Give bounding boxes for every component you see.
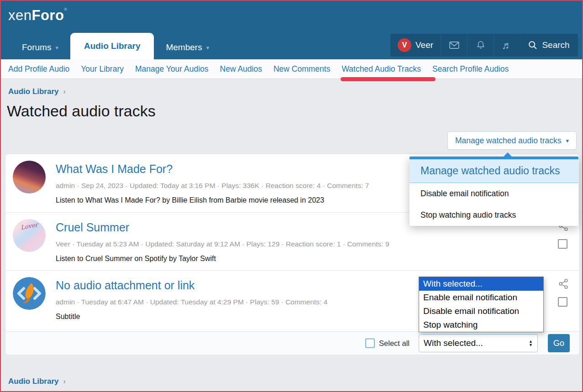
track-meta: admin · Tuesday at 6:47 AM · Updated: Tu… bbox=[56, 298, 327, 306]
menu-item-stop-watching[interactable]: Stop watching audio tracks bbox=[410, 204, 578, 226]
manage-watched-menu: Manage watched audio tracks Disable emai… bbox=[410, 157, 578, 226]
app-window: xenForo® Forums ▾ Audio Library Members … bbox=[0, 0, 583, 392]
chevron-down-icon: ▾ bbox=[55, 44, 58, 51]
option-with-selected[interactable]: With selected... bbox=[419, 277, 543, 291]
tab-forums[interactable]: Forums ▾ bbox=[10, 36, 70, 59]
page-title: Watched audio tracks bbox=[7, 102, 156, 120]
footer-breadcrumb-audio-library-link[interactable]: Audio Library bbox=[8, 377, 59, 386]
track-subtitle: Listen to Cruel Summer on Spotify by Tay… bbox=[56, 255, 216, 263]
track-meta: admin · Sep 24, 2023 · Updated: Today at… bbox=[56, 182, 369, 190]
subnav-search-profile-audios[interactable]: Search Profile Audios bbox=[432, 64, 509, 74]
track-subtitle: Subtitle bbox=[56, 313, 80, 321]
tab-members[interactable]: Members ▾ bbox=[154, 36, 221, 59]
logo-xen: xen bbox=[8, 7, 32, 23]
main-nav-tabs: Forums ▾ Audio Library Members ▾ bbox=[10, 33, 221, 59]
select-all-label: Select all bbox=[379, 339, 410, 348]
track-subtitle: Listen to What Was I Made For? by Billie… bbox=[56, 196, 324, 204]
mail-icon bbox=[449, 41, 459, 49]
subnav-your-library[interactable]: Your Library bbox=[81, 64, 124, 74]
caret-down-icon: ▾ bbox=[566, 137, 569, 144]
album-art-text: Lover bbox=[20, 221, 38, 231]
share-icon bbox=[558, 279, 568, 289]
footer-breadcrumb: Audio Library › bbox=[8, 377, 66, 386]
track-checkbox[interactable] bbox=[558, 297, 567, 307]
track-title-link[interactable]: What Was I Made For? bbox=[56, 162, 173, 176]
track-avatar[interactable] bbox=[13, 277, 46, 310]
visitor-tabs: V Veer ♬ bbox=[390, 34, 520, 57]
bell-icon bbox=[476, 41, 485, 50]
tab-audio-library-label: Audio Library bbox=[84, 41, 141, 51]
music-notes-icon: ♬ bbox=[502, 40, 512, 51]
subnav-add-profile-audio[interactable]: Add Profile Audio bbox=[8, 64, 69, 74]
track-avatar[interactable]: Lover bbox=[13, 219, 46, 252]
menu-pointer-caret bbox=[503, 152, 512, 157]
breadcrumb: Audio Library › bbox=[8, 87, 66, 96]
option-enable-email[interactable]: Enable email notification bbox=[419, 291, 543, 304]
select-all-checkbox[interactable] bbox=[365, 339, 375, 348]
subnav-new-audios[interactable]: New Audios bbox=[220, 64, 262, 74]
option-stop-watching[interactable]: Stop watching bbox=[419, 318, 543, 332]
search-icon bbox=[528, 41, 537, 50]
selection-bar: Select all With selected... ▲▼ Go bbox=[5, 332, 579, 355]
go-button[interactable]: Go bbox=[548, 334, 570, 352]
track-title-link[interactable]: Cruel Summer bbox=[56, 221, 129, 234]
track-meta: Veer · Tuesday at 5:23 AM · Updated: Sat… bbox=[56, 240, 389, 248]
site-header: xenForo® Forums ▾ Audio Library Members … bbox=[1, 1, 582, 59]
manage-watched-button[interactable]: Manage watched audio tracks ▾ bbox=[447, 131, 577, 150]
account-menu-button[interactable]: V Veer bbox=[390, 34, 441, 57]
tab-forums-label: Forums bbox=[22, 42, 51, 52]
menu-item-disable-email[interactable]: Disable email notification bbox=[410, 183, 578, 204]
manage-watched-button-label: Manage watched audio tracks bbox=[455, 136, 562, 146]
alerts-button[interactable] bbox=[467, 34, 494, 57]
track-checkbox[interactable] bbox=[558, 239, 567, 249]
user-avatar: V bbox=[398, 38, 411, 52]
audio-library-quick-button[interactable]: ♬ bbox=[494, 34, 520, 57]
chevron-right-icon: › bbox=[63, 377, 66, 386]
breadcrumb-audio-library-link[interactable]: Audio Library bbox=[8, 87, 59, 96]
subnav-new-comments[interactable]: New Comments bbox=[273, 64, 330, 74]
subnav-watched-audio-tracks[interactable]: Watched Audio Tracks bbox=[341, 64, 420, 74]
with-selected-value: With selected... bbox=[424, 338, 529, 348]
option-disable-email[interactable]: Disable email notification bbox=[419, 304, 543, 318]
conversations-button[interactable] bbox=[441, 34, 467, 57]
track-avatar[interactable] bbox=[13, 161, 46, 193]
chevron-down-icon: ▾ bbox=[206, 44, 210, 51]
with-selected-options-popup: With selected... Enable email notificati… bbox=[419, 277, 544, 332]
subnav-manage-your-audios[interactable]: Manage Your Audios bbox=[135, 64, 209, 74]
section-subnav: Add Profile Audio Your Library Manage Yo… bbox=[1, 59, 582, 79]
select-updown-icon: ▲▼ bbox=[529, 340, 533, 347]
search-button[interactable]: Search bbox=[520, 34, 578, 57]
tab-members-label: Members bbox=[166, 42, 202, 52]
default-avatar-brush-icon bbox=[13, 277, 46, 310]
tab-audio-library[interactable]: Audio Library bbox=[70, 33, 154, 59]
track-title-link[interactable]: No audio attachment or link bbox=[56, 279, 194, 292]
select-all-group: Select all bbox=[365, 339, 410, 348]
chevron-right-icon: › bbox=[63, 88, 66, 96]
registered-mark: ® bbox=[64, 7, 67, 12]
site-logo[interactable]: xenForo® bbox=[8, 7, 68, 24]
search-label: Search bbox=[542, 40, 569, 50]
share-button[interactable] bbox=[558, 279, 568, 291]
menu-header-manage-watched[interactable]: Manage watched audio tracks bbox=[410, 159, 578, 183]
with-selected-select[interactable]: With selected... ▲▼ bbox=[419, 334, 538, 352]
user-name: Veer bbox=[415, 40, 433, 50]
logo-foro: Foro bbox=[32, 7, 64, 23]
